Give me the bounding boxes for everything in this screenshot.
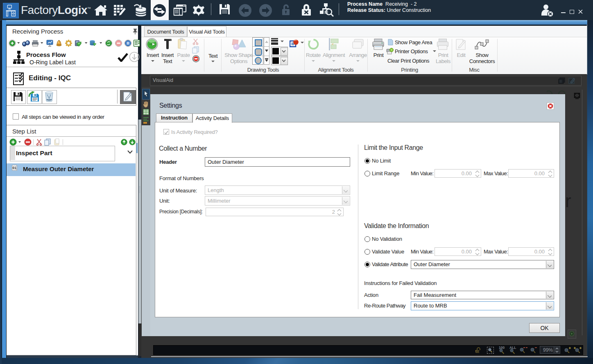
svg-text:?: ?	[391, 49, 392, 52]
svg-text:01: 01	[13, 166, 17, 170]
